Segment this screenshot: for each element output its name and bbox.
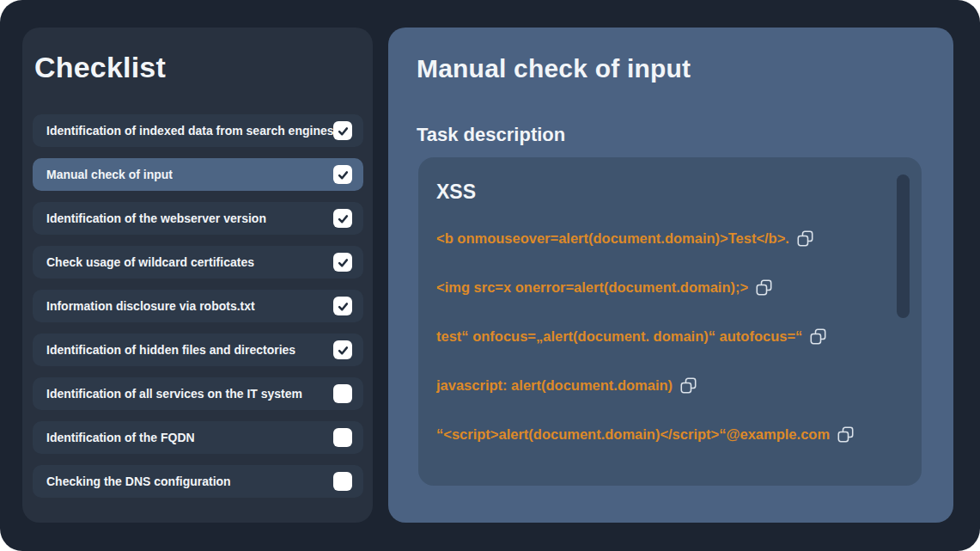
checkbox[interactable] <box>333 297 352 315</box>
checklist-item[interactable]: Identification of the FQDN <box>33 421 363 454</box>
checklist-item-label: Checking the DNS configuration <box>46 474 231 488</box>
checkbox[interactable] <box>333 121 352 140</box>
checklist-item-label: Identification of the FQDN <box>46 431 195 444</box>
code-snippet-row: <b onmouseover=alert(document.domain)>Te… <box>436 229 873 248</box>
copy-icon[interactable] <box>837 426 854 443</box>
checklist-item-label: Information disclosure via robots.txt <box>46 299 255 313</box>
copy-icon[interactable] <box>680 377 697 394</box>
checklist-item[interactable]: Check usage of wildcard certificates <box>33 246 363 279</box>
checklist-item-label: Check usage of wildcard certificates <box>46 255 254 269</box>
checkbox[interactable] <box>333 165 352 184</box>
code-snippet: test“ onfocus=„alert(document. domain)“ … <box>436 328 802 345</box>
checklist-item[interactable]: Identification of hidden files and direc… <box>33 334 363 366</box>
checklist-item[interactable]: Identification of indexed data from sear… <box>33 114 363 147</box>
checkbox[interactable] <box>333 209 352 228</box>
checkbox[interactable] <box>333 384 352 403</box>
checklist-item-label: Identification of indexed data from sear… <box>46 124 333 138</box>
checklist-items: Identification of indexed data from sear… <box>33 114 363 498</box>
checklist-item[interactable]: Manual check of input <box>33 158 363 191</box>
code-snippet: <img src=x onerror=alert(document.domain… <box>436 279 748 296</box>
checkbox[interactable] <box>333 472 352 491</box>
code-group-title: XSS <box>436 180 873 204</box>
checkbox[interactable] <box>333 340 352 359</box>
checklist-item-label: Identification of all services on the IT… <box>46 387 302 401</box>
checklist-item-label: Identification of the webserver version <box>46 211 266 225</box>
code-snippet-row: <img src=x onerror=alert(document.domain… <box>436 278 873 297</box>
code-snippet: “<script>alert(document.domain)</script>… <box>436 426 830 443</box>
checklist-title: Checklist <box>34 50 373 84</box>
checklist-item[interactable]: Information disclosure via robots.txt <box>33 290 363 322</box>
task-description-box: XSS <b onmouseover=alert(document.domain… <box>418 157 922 486</box>
checklist-item[interactable]: Checking the DNS configuration <box>33 465 363 498</box>
copy-icon[interactable] <box>810 328 826 345</box>
code-snippet: javascript: alert(document.domain) <box>436 377 673 394</box>
checkbox[interactable] <box>333 428 352 447</box>
checklist-item[interactable]: Identification of the webserver version <box>33 202 363 235</box>
code-snippet-row: javascript: alert(document.domain) <box>436 376 873 395</box>
detail-title: Manual check of input <box>417 53 953 84</box>
checkbox[interactable] <box>333 253 352 272</box>
detail-panel: Manual check of input Task description X… <box>388 28 953 523</box>
copy-icon[interactable] <box>797 230 813 247</box>
copy-icon[interactable] <box>756 279 772 296</box>
code-snippet-row: test“ onfocus=„alert(document. domain)“ … <box>436 327 873 346</box>
app-window: Checklist Identification of indexed data… <box>0 0 980 551</box>
checklist-panel: Checklist Identification of indexed data… <box>22 28 373 523</box>
scrollbar-thumb[interactable] <box>897 174 910 318</box>
code-snippet-row: “<script>alert(document.domain)</script>… <box>436 425 873 444</box>
checklist-item[interactable]: Identification of all services on the IT… <box>33 377 363 410</box>
code-snippet: <b onmouseover=alert(document.domain)>Te… <box>436 230 789 247</box>
checklist-item-label: Identification of hidden files and direc… <box>46 343 295 357</box>
checklist-item-label: Manual check of input <box>46 168 173 181</box>
section-title: Task description <box>417 124 953 146</box>
